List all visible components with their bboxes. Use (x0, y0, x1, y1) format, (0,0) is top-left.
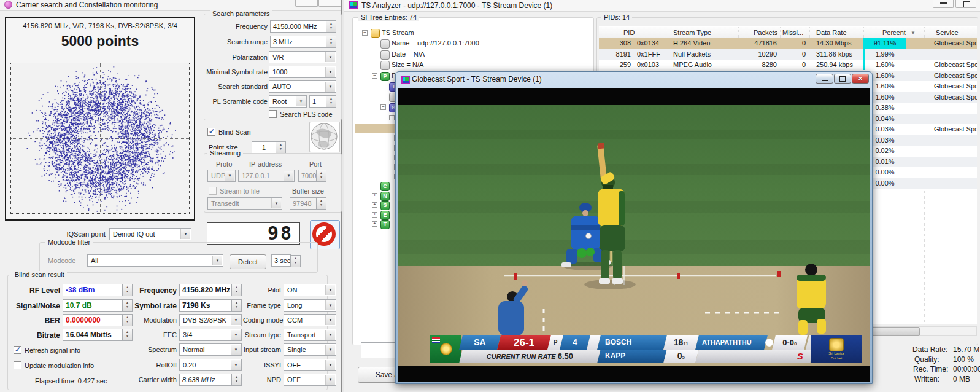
point-size-spinner[interactable]: ▲▼ (276, 141, 286, 154)
npd-select[interactable]: OFF▼ (284, 374, 336, 386)
col-missing[interactable]: Missi... (782, 27, 803, 38)
iqscan-point-select[interactable]: Demod IQ out▼ (109, 228, 191, 240)
coding-mode-select[interactable]: CCM▼ (284, 314, 336, 326)
proto-select[interactable]: UDP▼ (207, 170, 236, 182)
rf-level-value[interactable]: -38 dBm (63, 284, 123, 296)
col-pid[interactable]: PID (623, 27, 635, 38)
pl-scramble-mode-select[interactable]: Root▼ (269, 95, 307, 108)
pid-table-row[interactable]: 81910x1FFFNull Packets102900311.86 kbps1… (599, 49, 977, 60)
modcode-select[interactable]: All▼ (87, 254, 223, 267)
minimize-button[interactable] (933, 0, 954, 8)
refresh-signal-checkbox[interactable] (14, 346, 21, 354)
carrier-width-spinner[interactable]: ▲▼ (232, 374, 242, 386)
symbol-rate-value[interactable]: 7198 Ks (179, 299, 232, 312)
pl-scramble-spinner[interactable]: ▲▼ (326, 95, 336, 108)
symbol-rate-spinner[interactable]: ▲▼ (232, 299, 242, 312)
video-player-window[interactable]: Globecast Sport - TS Stream Device (1) ✕ (395, 71, 873, 384)
pl-scramble-value-input[interactable]: 1 (309, 95, 326, 108)
video-close-button[interactable]: ✕ (852, 74, 869, 84)
port-input[interactable]: 7000 (298, 170, 317, 182)
col-percent[interactable]: Percent (882, 27, 906, 38)
expander-expand-icon[interactable]: + (372, 202, 377, 208)
search-pls-checkbox[interactable] (269, 110, 277, 118)
search-range-spinner[interactable]: ▲▼ (326, 36, 336, 48)
maximize-button[interactable] (955, 0, 976, 8)
chevron-down-icon[interactable]: ▼ (325, 315, 335, 325)
chevron-down-icon[interactable]: ▼ (325, 300, 335, 310)
chevron-down-icon[interactable]: ▼ (271, 198, 281, 208)
chevron-down-icon[interactable]: ▼ (231, 315, 241, 325)
globe-button[interactable] (309, 122, 340, 152)
search-range-input[interactable]: 3 MHz (270, 36, 326, 48)
expander-expand-icon[interactable]: + (372, 193, 377, 198)
toolbar-partial-button-2[interactable] (318, 0, 341, 7)
detect-button[interactable]: Detect (230, 254, 266, 269)
pid-table-row[interactable]: 3080x0134H.264 Video471816014.30 Mbps91.… (599, 38, 977, 49)
col-stream-type[interactable]: Stream Type (673, 27, 711, 38)
issyi-select[interactable]: OFF▼ (284, 359, 336, 371)
chevron-down-icon[interactable]: ▼ (231, 360, 241, 370)
buffer-size-input[interactable]: 97948 (290, 197, 317, 210)
chevron-down-icon[interactable]: ▼ (180, 229, 190, 239)
ber-value[interactable]: 0.0000000 (63, 314, 123, 326)
video-minimize-button[interactable] (816, 74, 833, 84)
pids-table-header[interactable]: PID Stream Type Packets Missi... Data Ra… (599, 27, 977, 39)
chevron-down-icon[interactable]: ▼ (325, 52, 335, 62)
minimal-symbol-rate-select[interactable]: 1000▼ (269, 66, 336, 78)
left-window-titlebar[interactable]: Carrier search and Constellation monitor… (0, 0, 341, 11)
polarization-select[interactable]: V/R▼ (269, 51, 336, 63)
chevron-down-icon[interactable]: ▼ (325, 67, 335, 77)
result-frequency-spinner[interactable]: ▲▼ (232, 284, 242, 296)
stream-type-select[interactable]: Transport▼ (284, 329, 336, 341)
spectrum-select[interactable]: Normal▼ (179, 343, 242, 356)
chevron-down-icon[interactable]: ▼ (212, 256, 222, 265)
toolbar-partial-button-1[interactable] (295, 0, 318, 7)
chevron-down-icon[interactable]: ▼ (296, 96, 306, 106)
chevron-down-icon[interactable]: ▼ (325, 360, 335, 370)
chevron-down-icon[interactable]: ▼ (325, 330, 335, 340)
result-frequency-value[interactable]: 4156.820 MHz (179, 284, 232, 296)
expander-expand-icon[interactable]: + (372, 221, 377, 227)
expander-collapse-icon[interactable]: − (372, 73, 377, 79)
col-service[interactable]: Service (936, 27, 959, 38)
col-packets[interactable]: Packets (754, 27, 777, 38)
fec-select[interactable]: 3/4▼ (179, 329, 242, 341)
chevron-down-icon[interactable]: ▼ (325, 375, 335, 385)
chevron-down-icon[interactable]: ▼ (284, 171, 293, 181)
pid-table-row[interactable]: 2590x0103MPEG Audio82800250.94 kbps1.60%… (599, 60, 977, 70)
search-standard-select[interactable]: AUTO▼ (269, 80, 336, 93)
bitrate-value[interactable]: 16.044 Mbit/s (63, 329, 123, 341)
blind-scan-checkbox[interactable] (207, 128, 215, 136)
buffer-size-spinner[interactable]: ▲▼ (317, 197, 326, 210)
detect-interval-input[interactable]: 3 sec (271, 254, 291, 267)
modulation-select[interactable]: DVB-S2/8PSK▼ (179, 314, 242, 326)
chevron-down-icon[interactable]: ▼ (231, 330, 241, 340)
update-modulation-checkbox[interactable] (14, 361, 21, 369)
chevron-down-icon[interactable]: ▼ (325, 285, 335, 295)
expander-collapse-icon[interactable]: − (389, 115, 395, 120)
chevron-down-icon[interactable]: ▼ (325, 345, 335, 355)
writer-select[interactable]: Transedit▼ (207, 197, 282, 210)
input-stream-select[interactable]: Single▼ (284, 343, 336, 356)
frame-type-select[interactable]: Long▼ (284, 299, 336, 312)
video-maximize-button[interactable] (834, 74, 851, 84)
expander-expand-icon[interactable]: + (372, 212, 377, 218)
point-size-input[interactable]: 1 (252, 141, 276, 154)
signal-noise-value[interactable]: 10.7 dB (63, 299, 123, 312)
port-spinner[interactable]: ▲▼ (317, 170, 326, 182)
chevron-down-icon[interactable]: ▼ (225, 171, 234, 181)
detect-interval-spinner[interactable]: ▲▼ (291, 255, 301, 267)
spin-down-icon[interactable]: ▼ (330, 26, 333, 31)
ip-address-select[interactable]: 127.0.0.1▼ (238, 170, 295, 182)
rolloff-select[interactable]: 0.20▼ (179, 359, 242, 371)
chevron-down-icon[interactable]: ▼ (231, 345, 241, 355)
carrier-width-value[interactable]: 8.638 MHz (179, 374, 232, 386)
expander-collapse-icon[interactable]: − (380, 104, 386, 110)
pilot-select[interactable]: ON▼ (284, 284, 336, 296)
frequency-spinner[interactable]: ▲▼ (326, 20, 336, 33)
ts-analyzer-titlebar[interactable]: TS Analyzer - udp://127.0.0.1:7000 - TS … (344, 0, 980, 12)
col-data-rate[interactable]: Data Rate (816, 27, 847, 38)
stream-to-file-checkbox[interactable] (209, 187, 217, 195)
chevron-down-icon[interactable]: ▼ (325, 82, 335, 92)
frequency-input[interactable]: 4158.000 MHz (270, 20, 326, 33)
